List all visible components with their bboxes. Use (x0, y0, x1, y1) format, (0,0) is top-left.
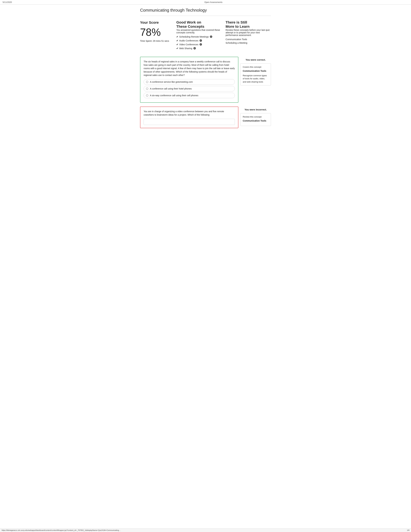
verdict-column: You were incorrect. Review this concept:… (240, 106, 271, 128)
checkmark-icon: ✔ (176, 36, 178, 38)
section-divider (140, 16, 271, 16)
still-learn-item: Scheduling a Meeting (226, 42, 271, 44)
info-icon[interactable]: i (200, 43, 202, 46)
time-spent: Time Spent: 29 mins 51 secs (140, 40, 172, 42)
page-title: Communicating through Technology (140, 8, 271, 13)
good-work-concept-item: ✔ Audio Conferences i (176, 39, 222, 42)
verdict-column: You were correct. Covers this concept: C… (240, 57, 271, 103)
still-learn-list: Communication ToolsScheduling a Meeting (226, 38, 271, 44)
concept-description: Recognize common types of tools for audi… (243, 74, 269, 84)
good-work-concept-item: ✔ Video Conferences i (176, 43, 222, 46)
browser-bar: 5/11/2020 Open Assessments (0, 0, 411, 5)
question-card: The six heads of regional sales in a com… (140, 57, 238, 103)
questions-container: The six heads of regional sales in a com… (140, 57, 271, 128)
concept-box: Covers this concept: Communication Tools… (240, 63, 271, 86)
score-section: Your Score 78% Time Spent: 29 mins 51 se… (140, 20, 271, 51)
question-card: You are in charge of organizing a video … (140, 106, 238, 128)
browser-title: Open Assessments (18, 1, 408, 3)
your-score-heading: Your Score (140, 20, 172, 25)
concept-name: Communication Tools (243, 119, 269, 123)
info-icon[interactable]: i (210, 36, 212, 38)
good-work-column: Good Work on These Concepts You answered… (176, 20, 222, 51)
good-work-concept-item: ✔ Web Sharing i (176, 47, 222, 50)
question-block: The six heads of regional sales in a com… (140, 57, 271, 103)
still-learn-heading: There is Still More to Learn (226, 20, 271, 29)
still-learn-column: There is Still More to Learn Review thes… (226, 20, 271, 51)
good-work-heading: Good Work on These Concepts (176, 20, 222, 29)
question-text: The six heads of regional sales in a com… (144, 60, 235, 77)
answer-text: A six-way conference call using their ce… (150, 94, 198, 97)
radio-circle (146, 87, 148, 90)
radio-circle (146, 81, 148, 83)
answer-option[interactable]: A conference service like gotomeeting.co… (144, 79, 235, 85)
checkmark-icon: ✔ (176, 39, 178, 42)
good-work-description: You answered questions that covered thes… (176, 29, 222, 34)
still-learn-description: Review these concepts before your last q… (226, 29, 271, 37)
answer-text: A conference call using their hotel phon… (150, 87, 192, 90)
checkmark-icon: ✔ (176, 47, 178, 50)
info-icon[interactable]: i (200, 39, 202, 42)
question-text: You are in charge of organizing a video … (144, 110, 235, 116)
your-score-column: Your Score 78% Time Spent: 29 mins 51 se… (140, 20, 172, 51)
covers-label: Review this concept: (243, 115, 269, 118)
answer-input[interactable] (144, 119, 235, 125)
still-learn-item: Communication Tools (226, 38, 271, 41)
answer-option[interactable]: A conference call using their hotel phon… (144, 86, 235, 91)
score-value: 78% (140, 27, 172, 38)
answer-text: A conference service like gotomeeting.co… (150, 81, 193, 83)
radio-circle (146, 94, 148, 96)
info-icon[interactable]: i (193, 47, 196, 49)
answer-option[interactable]: A six-way conference call using their ce… (144, 93, 235, 98)
good-work-concept-item: ✔ Scheduling Remote Meetings i (176, 36, 222, 38)
concept-name: Communication Tools (243, 69, 269, 73)
checkmark-icon: ✔ (176, 43, 178, 46)
good-work-concepts-list: ✔ Scheduling Remote Meetings i✔ Audio Co… (176, 36, 222, 50)
verdict-text: You were incorrect. (240, 108, 271, 111)
question-block: You are in charge of organizing a video … (140, 106, 271, 128)
concept-box: Review this concept: Communication Tools (240, 113, 271, 126)
browser-date: 5/11/2020 (3, 1, 12, 3)
verdict-text: You were correct. (240, 58, 271, 61)
covers-label: Covers this concept: (243, 66, 269, 69)
